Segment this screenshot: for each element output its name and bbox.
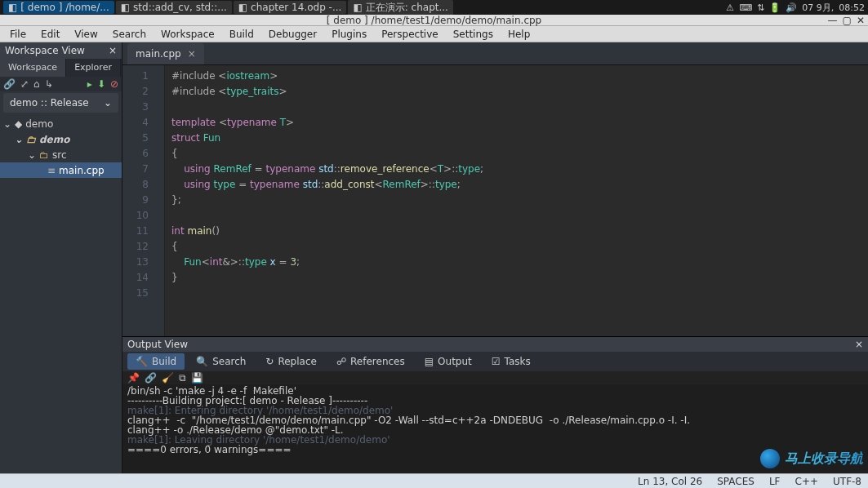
link-icon[interactable]: 🔗 [145, 372, 157, 384]
tray-date: 07 9月, [802, 2, 834, 14]
output-panel-title-text: Output View [127, 339, 188, 350]
references-icon: ☍ [336, 356, 346, 367]
save-icon[interactable]: 💾 [191, 372, 203, 384]
app-icon: ◧ [121, 2, 130, 13]
editor-tabs: main.cpp × [122, 42, 868, 65]
search-icon: 🔍 [196, 356, 208, 367]
menu-plugins[interactable]: Plugins [325, 27, 373, 42]
taskbar-app[interactable]: ◧std::add_cv, std::... [116, 1, 232, 14]
close-button[interactable]: ✕ [857, 15, 865, 26]
menu-search[interactable]: Search [106, 27, 153, 42]
editor-tab-close-icon[interactable]: × [188, 48, 196, 60]
output-tab-tasks[interactable]: ☑Tasks [483, 353, 539, 370]
menu-debugger[interactable]: Debugger [262, 27, 323, 42]
output-panel-close-icon[interactable]: × [855, 339, 863, 350]
clear-icon[interactable]: 🧹 [162, 372, 174, 384]
menu-edit[interactable]: Edit [34, 27, 66, 42]
output-tab-label: Search [212, 356, 246, 367]
tree-folder-src[interactable]: ⌄🗀 src [0, 147, 122, 162]
output-toolbar: 📌 🔗 🧹 ⧉ 💾 [122, 371, 868, 384]
output-panel-title: Output View × [122, 337, 868, 352]
tree-root-label: demo [25, 118, 53, 130]
taskbar-app-label: chapter 14.odp -... [251, 2, 341, 13]
output-tab-output[interactable]: ▤Output [416, 353, 480, 370]
editor-tab-label: main.cpp [136, 48, 181, 60]
output-tab-replace[interactable]: ↻Replace [257, 353, 325, 370]
output-body[interactable]: /bin/sh -c 'make -j 4 -e -f Makefile'---… [122, 384, 868, 473]
fold-gutter [155, 65, 165, 336]
link-icon[interactable]: 🔗 [3, 78, 16, 90]
tree-workspace-root[interactable]: ⌄◆ demo [0, 116, 122, 131]
keyboard-icon: ⌨ [739, 2, 752, 13]
menu-workspace[interactable]: Workspace [154, 27, 221, 42]
status-indent[interactable]: SPACES [717, 476, 754, 487]
chevron-down-icon: ⌄ [104, 97, 112, 109]
output-tab-label: Output [438, 356, 472, 367]
output-tab-label: Tasks [505, 356, 531, 367]
output-icon: ▤ [425, 356, 434, 367]
window-titlebar: [ demo ] /home/test1/demo/demo/main.cpp … [0, 15, 868, 26]
minimize-button[interactable]: — [828, 15, 838, 26]
pin-icon[interactable]: 📌 [127, 372, 140, 384]
run-icon[interactable]: ▸ [87, 78, 92, 90]
build-config-selector[interactable]: demo :: Release ⌄ [3, 93, 118, 113]
code-content[interactable]: #include <iostream>#include <type_traits… [165, 65, 868, 336]
project-tree[interactable]: ⌄◆ demo ⌄🗀 demo ⌄🗀 src ≡ main.cpp [0, 114, 122, 473]
code-editor[interactable]: 123456789101112131415 #include <iostream… [122, 65, 868, 336]
goto-icon[interactable]: ↳ [45, 78, 53, 90]
system-tray: ⚠ ⌨ ⇅ 🔋 🔊 07 9月, 08:52 [726, 2, 865, 14]
app-icon: ◧ [238, 2, 247, 13]
output-panel: Output View × 🔨Build🔍Search↻Replace☍Refe… [122, 336, 868, 473]
window-title: [ demo ] /home/test1/demo/demo/main.cpp [327, 15, 541, 26]
tree-file-main-cpp[interactable]: ≡ main.cpp [0, 162, 122, 178]
status-bar: Ln 13, Col 26 SPACES LF C++ UTF-8 [0, 473, 868, 488]
menu-build[interactable]: Build [223, 27, 260, 42]
tree-project[interactable]: ⌄🗀 demo [0, 131, 122, 147]
tree-src-label: src [52, 149, 67, 161]
taskbar-app[interactable]: ◧chapter 14.odp -... [234, 1, 347, 14]
menu-settings[interactable]: Settings [447, 27, 500, 42]
output-tab-label: Replace [278, 356, 316, 367]
warning-icon: ⚠ [726, 2, 734, 13]
output-tab-label: References [350, 356, 405, 367]
editor-tab-main-cpp[interactable]: main.cpp × [127, 43, 204, 64]
output-tab-references[interactable]: ☍References [328, 353, 413, 370]
taskbar-app[interactable]: ◧[ demo ] /home/... [3, 1, 114, 14]
home-icon[interactable]: ⌂ [33, 78, 40, 90]
taskbar-app[interactable]: ◧正在演示: chapt... [348, 0, 453, 16]
line-gutter: 123456789101112131415 [122, 65, 155, 336]
taskbar-app-label: std::add_cv, std::... [133, 2, 227, 13]
menubar: FileEditViewSearchWorkspaceBuildDebugger… [0, 26, 868, 42]
status-eol[interactable]: LF [769, 476, 781, 487]
output-tab-search[interactable]: 🔍Search [188, 353, 254, 370]
build-icon[interactable]: ⬇ [97, 78, 105, 90]
workspace-panel-close-icon[interactable]: × [109, 45, 117, 56]
collapse-icon[interactable]: ⤢ [20, 78, 29, 90]
network-icon: ⇅ [757, 2, 764, 13]
menu-view[interactable]: View [68, 27, 104, 42]
menu-help[interactable]: Help [501, 27, 536, 42]
build-icon: 🔨 [136, 356, 148, 367]
menu-perspective[interactable]: Perspective [375, 27, 445, 42]
stop-icon[interactable]: ⊘ [110, 78, 118, 90]
copy-icon[interactable]: ⧉ [179, 372, 186, 384]
app-icon: ◧ [8, 2, 17, 13]
battery-icon: 🔋 [769, 2, 781, 13]
maximize-button[interactable]: ▢ [843, 15, 852, 26]
output-tab-label: Build [152, 356, 176, 367]
output-tabs: 🔨Build🔍Search↻Replace☍References▤Output☑… [122, 352, 868, 371]
build-config-label: demo :: Release [10, 97, 89, 109]
workspace-tab-workspace[interactable]: Workspace [0, 59, 66, 77]
workspace-panel: Workspace View × WorkspaceExplorer 🔗 ⤢ ⌂… [0, 42, 122, 473]
volume-icon: 🔊 [786, 2, 797, 13]
menu-file[interactable]: File [3, 27, 33, 42]
workspace-tabs: WorkspaceExplorer [0, 59, 122, 77]
taskbar-apps: ◧[ demo ] /home/...◧std::add_cv, std::..… [3, 0, 726, 16]
taskbar-app-label: 正在演示: chapt... [366, 1, 448, 15]
status-cursor-pos: Ln 13, Col 26 [638, 476, 702, 487]
status-language[interactable]: C++ [795, 476, 819, 487]
tree-file-label: main.cpp [59, 165, 105, 176]
output-tab-build[interactable]: 🔨Build [127, 353, 185, 370]
status-encoding[interactable]: UTF-8 [833, 476, 861, 487]
workspace-tab-explorer[interactable]: Explorer [66, 59, 121, 77]
